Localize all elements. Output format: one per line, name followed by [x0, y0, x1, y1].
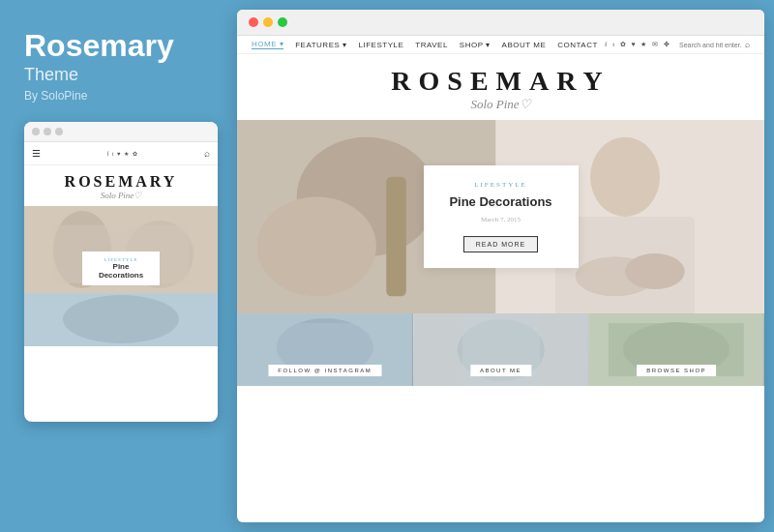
svg-point-15 — [625, 253, 685, 289]
theme-title: Rosemary — [24, 29, 213, 63]
hamburger-icon[interactable]: ☰ — [32, 148, 41, 159]
mobile-hero-title: Pine Decorations — [92, 262, 150, 280]
mobile-social-icons: f t ♥ ★ ✿ — [106, 150, 137, 157]
svg-point-5 — [63, 295, 179, 343]
svg-point-9 — [257, 196, 376, 296]
nav-search[interactable]: ⌕ — [679, 40, 750, 49]
mobile-dot-3 — [55, 128, 63, 135]
grid-cell-about: ABOUT ME — [413, 313, 589, 386]
desktop-bottom-grid: FOLLOW @ INSTAGRAM ABOUT ME BROWSE SHOP — [237, 313, 764, 386]
nav-travel[interactable]: TRAVEL — [415, 41, 448, 49]
nav-links: HOME ▾ FEATURES ▾ LIFESTYLE TRAVEL SHOP … — [252, 40, 598, 49]
nav-features[interactable]: FEATURES ▾ — [295, 41, 346, 49]
search-icon[interactable]: ⌕ — [745, 40, 750, 49]
mobile-browser-bar — [24, 122, 218, 142]
nav-home[interactable]: HOME ▾ — [252, 40, 283, 49]
desktop-logo-text: ROSEMARY — [237, 66, 764, 97]
hero-date: March 7, 2015 — [443, 216, 559, 223]
browser-dot-maximize[interactable] — [278, 17, 287, 27]
theme-info: Rosemary Theme By SoloPine — [24, 29, 213, 103]
mobile-preview: ☰ f t ♥ ★ ✿ ⌕ ROSEMARY Solo Pine♡ LIFEST… — [24, 122, 218, 422]
mobile-search-icon[interactable]: ⌕ — [204, 148, 210, 159]
grid-cell-shop: BROWSE SHOP — [588, 313, 764, 386]
read-more-button[interactable]: READ MORE — [463, 236, 538, 252]
nav-lifestyle[interactable]: LIFESTYLE — [359, 41, 404, 49]
desktop-preview: HOME ▾ FEATURES ▾ LIFESTYLE TRAVEL SHOP … — [237, 10, 764, 522]
nav-social-icons: f t ✿ ♥ ★ ✉ ✤ — [605, 41, 671, 48]
mobile-bottom-svg — [24, 293, 218, 346]
left-panel: Rosemary Theme By SoloPine ☰ f t ♥ ★ ✿ ⌕… — [0, 0, 237, 532]
desktop-hero-image: LIFESTYLE Pine Decorations March 7, 2015… — [237, 120, 764, 313]
desktop-content: HOME ▾ FEATURES ▾ LIFESTYLE TRAVEL SHOP … — [237, 36, 764, 522]
nav-about[interactable]: ABOUT ME — [502, 41, 547, 49]
nav-right: f t ✿ ♥ ★ ✉ ✤ ⌕ — [605, 40, 750, 49]
search-input[interactable] — [679, 42, 742, 48]
browser-dot-minimize[interactable] — [263, 17, 273, 27]
browser-dot-close[interactable] — [249, 17, 258, 27]
mobile-bottom-photo — [24, 293, 218, 346]
theme-author: By SoloPine — [24, 89, 213, 103]
grid-cell-instagram: FOLLOW @ INSTAGRAM — [237, 313, 413, 386]
mobile-nav: ☰ f t ♥ ★ ✿ ⌕ — [24, 142, 218, 165]
grid-about-label[interactable]: ABOUT ME — [470, 365, 531, 376]
theme-subtitle: Theme — [24, 65, 213, 85]
mobile-hero-card: LIFESTYLE Pine Decorations — [82, 251, 160, 285]
grid-instagram-label[interactable]: FOLLOW @ INSTAGRAM — [268, 365, 381, 376]
mobile-dot-1 — [32, 128, 40, 135]
browser-bar — [237, 10, 764, 36]
grid-shop-label[interactable]: BROWSE SHOP — [637, 365, 716, 376]
desktop-logo-sub: Solo Pine♡ — [237, 97, 764, 112]
mobile-logo-text: ROSEMARY — [34, 173, 208, 191]
hero-title: Pine Decorations — [443, 194, 559, 211]
desktop-logo-area: ROSEMARY Solo Pine♡ — [237, 54, 764, 120]
mobile-logo-area: ROSEMARY Solo Pine♡ — [24, 165, 218, 206]
hero-category: LIFESTYLE — [443, 181, 559, 189]
mobile-logo-sub: Solo Pine♡ — [34, 191, 208, 200]
svg-rect-10 — [386, 177, 406, 296]
hero-overlay-card: LIFESTYLE Pine Decorations March 7, 2015… — [424, 165, 579, 268]
mobile-hero-image: LIFESTYLE Pine Decorations — [24, 206, 218, 293]
desktop-nav: HOME ▾ FEATURES ▾ LIFESTYLE TRAVEL SHOP … — [237, 36, 764, 54]
nav-shop[interactable]: SHOP ▾ — [460, 41, 491, 49]
svg-point-12 — [590, 137, 660, 217]
nav-contact[interactable]: CONTACT — [557, 41, 598, 49]
mobile-dot-2 — [44, 128, 51, 135]
